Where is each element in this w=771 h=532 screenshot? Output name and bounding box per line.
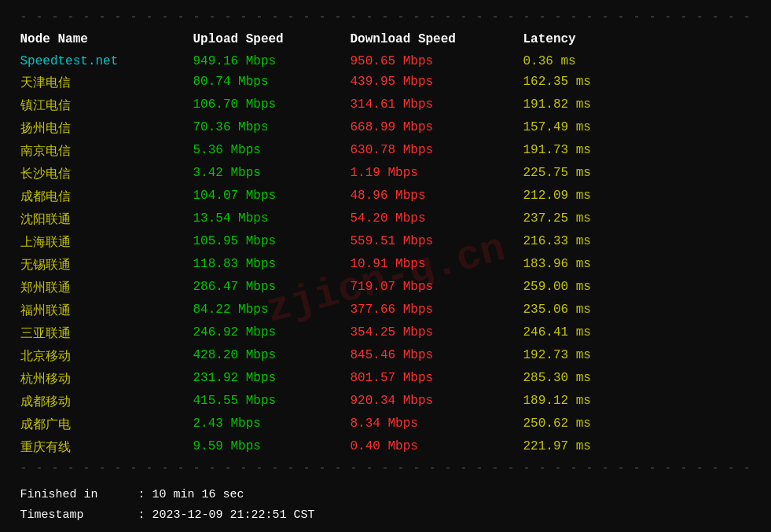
node-name: 郑州联通 <box>20 280 193 296</box>
latency: 0.36 ms <box>523 54 681 68</box>
header-upload: Upload Speed <box>193 32 351 46</box>
latency: 237.25 ms <box>523 211 681 228</box>
table-row: 镇江电信106.70 Mbps314.61 Mbps191.82 ms <box>20 94 751 117</box>
finished-label: Finished in <box>20 485 138 505</box>
bottom-dashed-line: - - - - - - - - - - - - - - - - - - - - … <box>20 462 751 475</box>
download-speed: 314.61 Mbps <box>351 97 523 114</box>
upload-speed: 949.16 Mbps <box>193 54 351 68</box>
header-download: Download Speed <box>351 32 523 46</box>
upload-speed: 231.92 Mbps <box>193 371 351 387</box>
download-speed: 354.25 Mbps <box>351 325 523 342</box>
table-row: 成都移动415.55 Mbps920.34 Mbps189.12 ms <box>20 391 751 413</box>
upload-speed: 246.92 Mbps <box>193 325 351 342</box>
download-speed: 801.57 Mbps <box>351 371 523 387</box>
header-latency: Latency <box>523 32 681 46</box>
upload-speed: 118.83 Mbps <box>193 257 351 273</box>
table-row: 成都广电2.43 Mbps8.34 Mbps250.62 ms <box>20 413 751 436</box>
node-name: 三亚联通 <box>20 325 193 342</box>
timestamp-label: Timestamp <box>20 505 138 526</box>
latency: 212.09 ms <box>523 189 681 205</box>
latency: 259.00 ms <box>523 280 681 296</box>
latency: 246.41 ms <box>523 325 681 342</box>
node-name: 重庆有线 <box>20 439 193 456</box>
finished-value: : 10 min 16 sec <box>138 488 244 501</box>
table-row: 成都电信104.07 Mbps48.96 Mbps212.09 ms <box>20 185 751 208</box>
upload-speed: 70.36 Mbps <box>193 120 351 137</box>
upload-speed: 428.20 Mbps <box>193 348 351 365</box>
table-row: 福州联通84.22 Mbps377.66 Mbps235.06 ms <box>20 299 751 322</box>
node-name: 成都电信 <box>20 189 193 205</box>
upload-speed: 80.74 Mbps <box>193 75 351 91</box>
upload-speed: 105.95 Mbps <box>193 234 351 251</box>
upload-speed: 84.22 Mbps <box>193 303 351 319</box>
node-name: 上海联通 <box>20 234 193 251</box>
latency: 191.73 ms <box>523 143 681 160</box>
download-speed: 559.51 Mbps <box>351 234 523 251</box>
table-row: 郑州联通286.47 Mbps719.07 Mbps259.00 ms <box>20 277 751 299</box>
upload-speed: 104.07 Mbps <box>193 189 351 205</box>
table-row: 重庆有线9.59 Mbps0.40 Mbps221.97 ms <box>20 436 751 459</box>
table-row: 扬州电信70.36 Mbps668.99 Mbps157.49 ms <box>20 117 751 140</box>
download-speed: 8.34 Mbps <box>351 416 523 433</box>
download-speed: 439.95 Mbps <box>351 75 523 91</box>
latency: 162.35 ms <box>523 75 681 91</box>
latency: 183.96 ms <box>523 257 681 273</box>
node-name: 南京电信 <box>20 143 193 160</box>
latency: 216.33 ms <box>523 234 681 251</box>
finished-row: Finished in: 10 min 16 sec <box>20 485 751 505</box>
top-dashed-line: - - - - - - - - - - - - - - - - - - - - … <box>20 11 751 24</box>
node-name: Speedtest.net <box>20 54 193 68</box>
node-name: 镇江电信 <box>20 97 193 114</box>
footer: Finished in: 10 min 16 sec Timestamp: 20… <box>20 479 751 531</box>
download-speed: 377.66 Mbps <box>351 303 523 319</box>
node-name: 成都广电 <box>20 416 193 433</box>
node-name: 福州联通 <box>20 303 193 319</box>
latency: 192.73 ms <box>523 348 681 365</box>
download-speed: 668.99 Mbps <box>351 120 523 137</box>
upload-speed: 9.59 Mbps <box>193 439 351 456</box>
table-row: 长沙电信3.42 Mbps1.19 Mbps225.75 ms <box>20 163 751 185</box>
node-name: 杭州移动 <box>20 371 193 387</box>
download-speed: 0.40 Mbps <box>351 439 523 456</box>
node-name: 长沙电信 <box>20 166 193 182</box>
latency: 189.12 ms <box>523 394 681 410</box>
upload-speed: 415.55 Mbps <box>193 394 351 410</box>
latency: 235.06 ms <box>523 303 681 319</box>
download-speed: 48.96 Mbps <box>351 189 523 205</box>
download-speed: 920.34 Mbps <box>351 394 523 410</box>
download-speed: 1.19 Mbps <box>351 166 523 182</box>
upload-speed: 5.36 Mbps <box>193 143 351 160</box>
table-row: 上海联通105.95 Mbps559.51 Mbps216.33 ms <box>20 231 751 254</box>
table-header: Node Name Upload Speed Download Speed La… <box>20 28 751 51</box>
latency: 191.82 ms <box>523 97 681 114</box>
download-speed: 54.20 Mbps <box>351 211 523 228</box>
terminal: - - - - - - - - - - - - - - - - - - - - … <box>17 0 755 532</box>
upload-speed: 3.42 Mbps <box>193 166 351 182</box>
latency: 221.97 ms <box>523 439 681 456</box>
node-name: 北京移动 <box>20 348 193 365</box>
node-name: 无锡联通 <box>20 257 193 273</box>
node-name: 成都移动 <box>20 394 193 410</box>
timestamp-value: : 2023-12-09 21:22:51 CST <box>138 508 315 522</box>
latency: 285.30 ms <box>523 371 681 387</box>
node-name: 天津电信 <box>20 75 193 91</box>
table-row: Speedtest.net949.16 Mbps950.65 Mbps0.36 … <box>20 51 751 72</box>
table-row: 天津电信80.74 Mbps439.95 Mbps162.35 ms <box>20 72 751 94</box>
download-speed: 10.91 Mbps <box>351 257 523 273</box>
table-body: Speedtest.net949.16 Mbps950.65 Mbps0.36 … <box>20 51 751 459</box>
upload-speed: 286.47 Mbps <box>193 280 351 296</box>
table-row: 南京电信5.36 Mbps630.78 Mbps191.73 ms <box>20 140 751 163</box>
table-row: 三亚联通246.92 Mbps354.25 Mbps246.41 ms <box>20 322 751 345</box>
table-row: 无锡联通118.83 Mbps10.91 Mbps183.96 ms <box>20 254 751 277</box>
download-speed: 845.46 Mbps <box>351 348 523 365</box>
download-speed: 950.65 Mbps <box>351 54 523 68</box>
upload-speed: 2.43 Mbps <box>193 416 351 433</box>
download-speed: 630.78 Mbps <box>351 143 523 160</box>
table-row: 杭州移动231.92 Mbps801.57 Mbps285.30 ms <box>20 368 751 391</box>
download-speed: 719.07 Mbps <box>351 280 523 296</box>
table-row: 沈阳联通13.54 Mbps54.20 Mbps237.25 ms <box>20 208 751 231</box>
latency: 225.75 ms <box>523 166 681 182</box>
latency: 250.62 ms <box>523 416 681 433</box>
latency: 157.49 ms <box>523 120 681 137</box>
timestamp-row: Timestamp: 2023-12-09 21:22:51 CST <box>20 505 751 526</box>
